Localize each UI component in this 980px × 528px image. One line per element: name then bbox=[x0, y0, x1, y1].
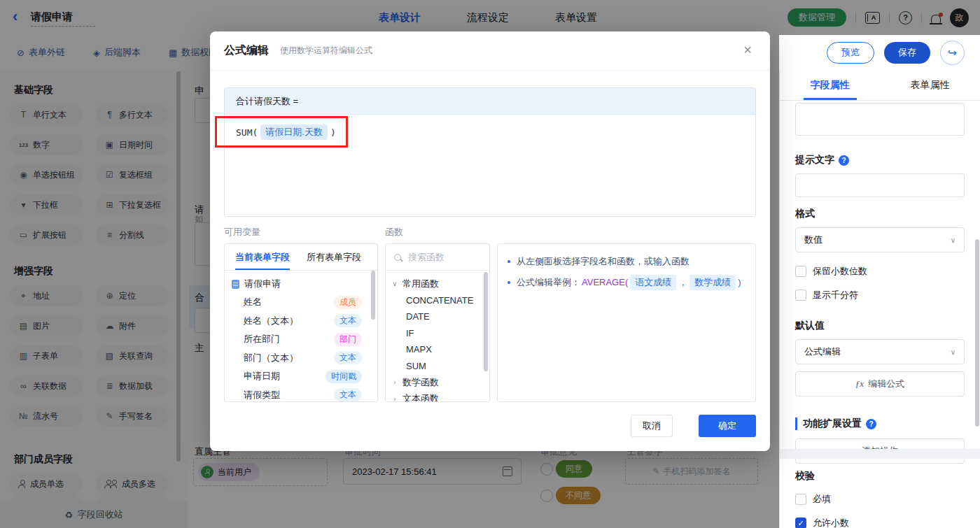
confirm-button[interactable]: 确定 bbox=[699, 415, 756, 437]
function-item-DATE[interactable]: DATE bbox=[391, 308, 489, 325]
edit-formula-button[interactable]: ƒx 编辑公式 bbox=[795, 371, 965, 397]
format-value: 数值 bbox=[804, 234, 822, 246]
function-group-label: 文本函数 bbox=[402, 392, 439, 402]
tip-close-paren: ) bbox=[738, 276, 741, 290]
modal-header: 公式编辑 使用数学运算符编辑公式 × bbox=[210, 31, 770, 71]
properties-body: 提示文字 ? 格式 数值 ∨ 保留小数位数 显示千分符 默认值 公式编辑 ∨ bbox=[780, 103, 980, 464]
formula-edit-modal: 公式编辑 使用数学运算符编辑公式 × 合计请假天数 = SUM( 请假日期.天数… bbox=[210, 31, 770, 451]
validation-label: 校验 bbox=[795, 470, 965, 483]
variable-row-5[interactable]: 请假类型文本 bbox=[225, 386, 377, 403]
search-icon bbox=[394, 254, 401, 261]
variable-row-2[interactable]: 所在部门部门 bbox=[225, 330, 377, 349]
clipped-input[interactable] bbox=[795, 103, 965, 136]
variable-type-tag: 文本 bbox=[334, 351, 362, 364]
close-icon[interactable]: × bbox=[743, 43, 752, 57]
form-root-node[interactable]: 请假申请 bbox=[225, 275, 377, 293]
share-icon[interactable]: ↪ bbox=[940, 41, 965, 65]
function-group-1[interactable]: ›数学函数 bbox=[391, 374, 489, 391]
variable-name: 姓名（文本） bbox=[244, 315, 298, 327]
decimal-digits-option: 保留小数位数 bbox=[795, 265, 965, 278]
hint-help-icon[interactable]: ? bbox=[839, 155, 849, 166]
variables-label: 可用变量 bbox=[224, 226, 260, 238]
function-search-input[interactable] bbox=[407, 251, 479, 263]
variable-name: 申请日期 bbox=[244, 370, 280, 383]
decimal-digits-checkbox[interactable] bbox=[795, 266, 806, 277]
formula-target: 合计请假天数 = bbox=[225, 88, 755, 115]
tip-example-prefix: 公式编辑举例： bbox=[517, 276, 580, 290]
default-value-select[interactable]: 公式编辑 ∨ bbox=[795, 339, 965, 364]
tip-example-chip: 语文成绩 bbox=[630, 275, 676, 290]
bullet-icon bbox=[507, 260, 510, 263]
allow-decimal-label: 允许小数 bbox=[813, 517, 849, 528]
functions-panel: ∨常用函数CONCATENATEDATEIFMAPXSUM›数学函数›文本函数 bbox=[385, 243, 490, 402]
modal-footer: 取消 确定 bbox=[631, 415, 756, 437]
allow-decimal-checkbox[interactable]: ✓ bbox=[795, 518, 806, 528]
thousand-sep-option: 显示千分符 bbox=[795, 289, 965, 301]
function-search[interactable] bbox=[386, 244, 489, 271]
functions-label: 函数 bbox=[385, 226, 403, 238]
required-option: 必填 bbox=[795, 493, 965, 506]
panel-section-divider bbox=[780, 449, 980, 459]
caret-icon: › bbox=[391, 378, 398, 386]
validation-section: 校验 必填 ✓ 允许小数 bbox=[780, 470, 980, 528]
variable-row-4[interactable]: 申请日期时间戳 bbox=[225, 367, 377, 386]
required-checkbox[interactable] bbox=[795, 494, 806, 505]
function-item-IF[interactable]: IF bbox=[391, 325, 489, 342]
extension-settings-label: 功能扩展设置 bbox=[803, 418, 862, 430]
thousand-sep-label: 显示千分符 bbox=[813, 289, 858, 301]
form-root-label: 请假申请 bbox=[244, 278, 281, 290]
default-value: 公式编辑 bbox=[804, 345, 841, 358]
tip-example-chip: 数学成绩 bbox=[690, 275, 736, 290]
variables-scrollbar[interactable] bbox=[371, 271, 375, 320]
format-select[interactable]: 数值 ∨ bbox=[795, 227, 965, 252]
decimal-digits-label: 保留小数位数 bbox=[813, 265, 867, 278]
function-tree: ∨常用函数CONCATENATEDATEIFMAPXSUM›数学函数›文本函数 bbox=[386, 271, 489, 402]
thousand-sep-checkbox[interactable] bbox=[795, 290, 806, 301]
variable-list: 姓名成员姓名（文本）文本所在部门部门部门（文本）文本申请日期时间戳请假类型文本 bbox=[225, 293, 377, 402]
extension-settings-row: 功能扩展设置 ? bbox=[795, 418, 965, 430]
preview-button[interactable]: 预览 bbox=[827, 42, 874, 64]
hint-label: 提示文字 bbox=[795, 154, 834, 166]
chevron-down-icon: ∨ bbox=[951, 236, 955, 244]
tip-line-2: 公式编辑举例： AVERAGE( 语文成绩 ， 数学成绩 ) bbox=[507, 275, 746, 290]
function-item-SUM[interactable]: SUM bbox=[391, 358, 489, 375]
properties-panel: 字段属性表单属性 提示文字 ? 格式 数值 ∨ 保留小数位数 显示千分符 默认值 bbox=[779, 70, 980, 528]
properties-tab-0[interactable]: 字段属性 bbox=[780, 70, 880, 100]
extension-help-icon[interactable]: ? bbox=[866, 419, 876, 429]
edit-formula-label: 编辑公式 bbox=[868, 378, 904, 390]
window-scrollbar[interactable] bbox=[975, 239, 979, 427]
variable-type-tag: 成员 bbox=[334, 296, 362, 309]
tip-line-1: 从左侧面板选择字段名和函数，或输入函数 bbox=[507, 255, 746, 269]
variables-tab-0[interactable]: 当前表单字段 bbox=[235, 244, 290, 270]
annotation-rectangle bbox=[215, 116, 348, 148]
variable-row-1[interactable]: 姓名（文本）文本 bbox=[225, 312, 377, 331]
format-label: 格式 bbox=[795, 208, 965, 220]
variables-tab-1[interactable]: 所有表单字段 bbox=[307, 244, 361, 270]
required-label: 必填 bbox=[813, 493, 831, 506]
cancel-button[interactable]: 取消 bbox=[631, 415, 673, 437]
function-item-CONCATENATE[interactable]: CONCATENATE bbox=[391, 292, 489, 309]
toolbar-actions: 预览 保存 ↪ bbox=[827, 35, 965, 70]
tip-example-function: AVERAGE( bbox=[582, 276, 628, 290]
properties-tab-1[interactable]: 表单属性 bbox=[880, 70, 980, 100]
tips-panel: 从左侧面板选择字段名和函数，或输入函数 公式编辑举例： AVERAGE( 语文成… bbox=[497, 243, 756, 402]
formula-editor[interactable]: 合计请假天数 = SUM( 请假日期.天数 ) bbox=[224, 87, 756, 217]
functions-scrollbar[interactable] bbox=[484, 272, 488, 371]
variable-type-tag: 部门 bbox=[334, 333, 362, 346]
chevron-down-icon: ∨ bbox=[951, 348, 955, 356]
function-group-0[interactable]: ∨常用函数 bbox=[391, 276, 489, 292]
variable-name: 姓名 bbox=[244, 296, 262, 308]
variable-row-0[interactable]: 姓名成员 bbox=[225, 293, 377, 312]
variable-type-tag: 时间戳 bbox=[326, 370, 362, 383]
caret-icon: ∨ bbox=[391, 280, 398, 287]
form-designer-app: ‹ 请假申请 表单设计流程设定表单设置 数据管理 A ? 政 ⊘表单外链◈后端脚… bbox=[0, 0, 980, 528]
function-item-MAPX[interactable]: MAPX bbox=[391, 341, 489, 358]
hint-text-input[interactable] bbox=[795, 173, 965, 197]
save-button[interactable]: 保存 bbox=[884, 42, 930, 64]
fx-icon: ƒx bbox=[855, 378, 864, 390]
variable-name: 请假类型 bbox=[244, 389, 280, 401]
variable-row-3[interactable]: 部门（文本）文本 bbox=[225, 349, 377, 368]
function-group-2[interactable]: ›文本函数 bbox=[391, 391, 489, 403]
variables-tabs: 当前表单字段所有表单字段 bbox=[225, 244, 377, 271]
variable-name: 部门（文本） bbox=[244, 352, 298, 364]
